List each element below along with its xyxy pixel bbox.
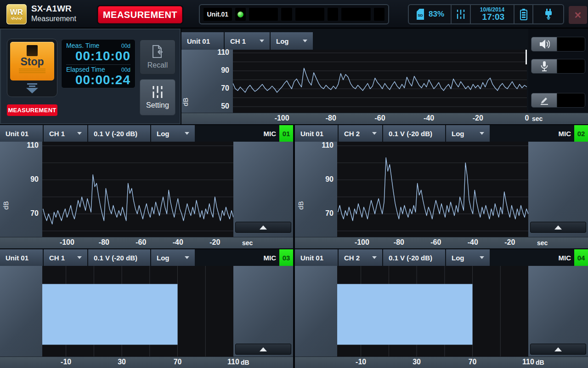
datetime-status: 10/6/2014 17:03: [470, 5, 514, 23]
meas-time-days: 00d: [121, 43, 130, 49]
scale-label: Log: [157, 130, 170, 138]
marker-pen-button[interactable]: [531, 93, 585, 108]
unit-selector: Unit 01: [181, 32, 224, 50]
close-icon: ✕: [574, 10, 582, 21]
unit-slot-empty: [295, 8, 325, 21]
x-tick-label: -40: [164, 238, 192, 247]
chart-header: Unit 01 CH 1 0.1 V (-20 dB) Log MIC 03: [0, 249, 293, 266]
power-status: [532, 5, 563, 23]
chevron-down-icon: [303, 40, 307, 42]
elapsed-time-row: Elapsed Time 00d 00:00:24: [66, 66, 130, 86]
chevron-down-icon: [260, 40, 264, 42]
unit-status-strip: Unit.01: [199, 4, 389, 24]
expand-button[interactable]: [530, 222, 586, 233]
triangle-up-icon: [554, 347, 562, 351]
unit-selector: Unit 01: [0, 249, 43, 266]
microphone-button[interactable]: [531, 59, 585, 74]
control-panel: Stop MEASUREMENT Meas. Time 00d 00:10:00…: [0, 29, 181, 124]
chart-panel-mic01: Unit 01 CH 1 0.1 V (-20 dB) Log MIC 01 d…: [0, 125, 293, 248]
y-tick-label: 50: [208, 102, 229, 110]
unit-slot-label[interactable]: Unit.01: [204, 8, 232, 21]
x-tick-label: 0: [513, 114, 541, 122]
channel-label: CH 2: [344, 130, 360, 138]
channel-selector[interactable]: CH 2: [339, 125, 382, 142]
chart-panel-overview: Unit 01 CH 1 Log dB sec: [181, 29, 588, 124]
expand-button[interactable]: [235, 344, 291, 355]
unit-label: Unit 01: [6, 130, 28, 138]
unit-label: Unit 01: [187, 37, 210, 45]
sd-percent: 83%: [429, 10, 444, 19]
x-tick-label: -10: [347, 358, 375, 366]
triangle-up-icon: [260, 347, 267, 351]
scale-label: Log: [452, 130, 464, 138]
channel-label: CH 1: [49, 130, 65, 138]
x-tick-label: -100: [53, 238, 81, 247]
expand-button[interactable]: [530, 344, 586, 355]
expand-button[interactable]: [235, 222, 291, 233]
channel-selector[interactable]: CH 1: [44, 125, 87, 142]
channel-label: CH 1: [230, 37, 246, 45]
app-title-sub: Measurement: [31, 14, 76, 23]
scale-selector[interactable]: Log: [446, 125, 490, 142]
pull-down-arrow-icon: [7, 83, 57, 93]
waveform-plot: [233, 50, 527, 113]
scale-label: Log: [157, 254, 170, 262]
stop-button[interactable]: Stop: [10, 42, 54, 80]
triangle-up-icon: [554, 225, 562, 230]
y-axis-panel: dB: [295, 142, 337, 237]
y-tick-label: 110: [17, 141, 39, 150]
measurement-mode-button[interactable]: MEASUREMENT: [98, 6, 182, 23]
y-tick-label: 90: [208, 66, 229, 75]
y-axis-unit: dB: [181, 93, 189, 111]
app-title-main: SX-A1WR: [31, 4, 76, 14]
mic-number-badge: 01: [279, 125, 293, 142]
x-tick-label: -80: [90, 238, 118, 247]
range-svg: [337, 266, 528, 356]
elapsed-time-value: 00:00:24: [66, 73, 130, 86]
status-time: 17:03: [482, 12, 505, 22]
setting-button[interactable]: Setting: [140, 79, 175, 115]
unit-selector: Unit 01: [0, 125, 43, 142]
channel-selector[interactable]: CH 1: [225, 32, 270, 50]
waveform-plot: [337, 142, 528, 237]
channel-selector[interactable]: CH 1: [44, 249, 87, 266]
recall-button[interactable]: Recall: [140, 40, 175, 75]
scale-selector[interactable]: Log: [446, 249, 490, 266]
chart-panel-mic04: Unit 01 CH 2 0.1 V (-20 dB) Log MIC 04 d…: [295, 249, 588, 368]
y-axis-panel: [0, 266, 42, 356]
x-tick-label: -100: [268, 114, 296, 122]
recall-document-icon: [152, 45, 164, 58]
mic-number-badge: 03: [279, 249, 293, 266]
unit-slot-empty: [341, 8, 371, 21]
x-axis-unit: sec: [242, 239, 253, 247]
waveform-svg: [337, 142, 528, 237]
x-tick-label: 70: [459, 358, 486, 366]
scale-selector[interactable]: Log: [151, 125, 195, 142]
scale-selector[interactable]: Log: [151, 249, 195, 266]
close-button[interactable]: ✕: [569, 6, 587, 24]
elapsed-time-label: Elapsed Time: [66, 66, 105, 73]
x-tick-label: -100: [348, 238, 376, 247]
app-logo: WR: [6, 4, 27, 24]
y-tick-label: 70: [312, 209, 334, 218]
range-label: 0.1 V (-20 dB): [389, 254, 432, 262]
chart-panel-mic02: Unit 01 CH 2 0.1 V (-20 dB) Log MIC 02 d…: [295, 125, 588, 248]
channel-selector[interactable]: CH 2: [339, 249, 382, 266]
x-tick-label: -60: [422, 238, 450, 247]
side-panel: [233, 142, 293, 237]
x-tick-label: 110: [220, 358, 247, 366]
waveform-plot: [42, 142, 233, 237]
side-panel: [528, 142, 588, 237]
x-tick-label: -20: [464, 114, 492, 122]
unit-slot-empty-led: [281, 8, 292, 21]
speaker-button[interactable]: [531, 37, 585, 52]
y-tick-label: 70: [208, 84, 229, 92]
meas-time-value: 00:10:00: [66, 49, 130, 63]
y-axis-unit: dB: [2, 196, 10, 215]
x-tick-label: -20: [496, 238, 524, 247]
range-label: 0.1 V (-20 dB): [94, 254, 137, 262]
scale-selector[interactable]: Log: [271, 32, 313, 50]
meas-time-label: Meas. Time: [66, 42, 99, 49]
y-axis-panel: [295, 266, 337, 356]
audio-panel: [528, 29, 588, 113]
